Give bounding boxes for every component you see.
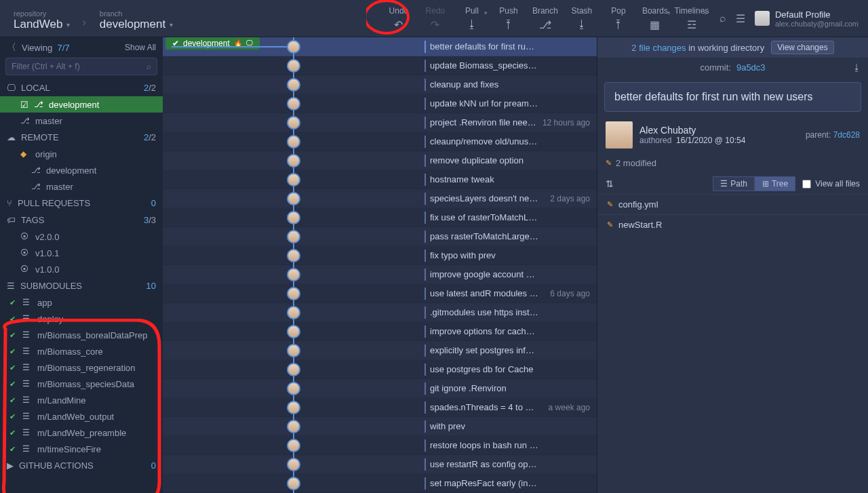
push-button[interactable]: Push⭱ <box>490 0 527 37</box>
commit-row[interactable]: remove duplicate option <box>163 151 597 170</box>
commit-row[interactable]: speciesLayers doesn't need s…2 days ago <box>163 189 597 208</box>
submodule-item[interactable]: ✔☰m/Biomass_speciesData <box>0 376 163 392</box>
commit-node <box>287 59 300 73</box>
check-icon: ✔ <box>9 315 16 323</box>
pop-button[interactable]: Pop⭱ <box>600 0 637 37</box>
search-icon[interactable]: ⌕ <box>719 12 726 24</box>
branch-button[interactable]: Branch⎇ <box>527 0 564 37</box>
repo-name: LandWeb <box>14 18 62 31</box>
commit-row[interactable]: restore loops in bash run scripts <box>163 436 597 455</box>
branch-icon: ⎇ <box>539 18 551 31</box>
submodule-item[interactable]: ✔☰m/LandWeb_output <box>0 408 163 425</box>
commit-node <box>287 306 300 319</box>
section-remote[interactable]: ☁REMOTE2/2 <box>0 129 163 146</box>
submodule-item[interactable]: ✔☰m/Biomass_regeneration <box>0 359 163 376</box>
path-tab[interactable]: ☰ Path <box>713 176 755 191</box>
sort-icon[interactable]: ⇅ <box>606 178 614 189</box>
commit-row[interactable]: ✔development 🔥 🖵better defaults for firs… <box>163 37 597 56</box>
commit-row[interactable]: project .Renviron file need…12 hours ago <box>163 113 597 132</box>
commit-row[interactable]: hostname tweak <box>163 170 597 189</box>
redo-button[interactable]: Redo↷ <box>417 0 454 37</box>
view-changes-button[interactable]: View changes <box>771 41 834 54</box>
parent-label: parent: <box>806 130 831 140</box>
pull-button[interactable]: Pull⭳▾ <box>454 0 490 37</box>
commit-time: 2 days ago <box>538 194 597 203</box>
commit-row[interactable]: git ignore .Renviron <box>163 379 597 398</box>
submodule-item[interactable]: ✔☰deploy <box>0 311 163 327</box>
check-icon: ☑ <box>20 100 28 110</box>
menu-icon[interactable]: ☰ <box>736 12 745 25</box>
commit-message: project .Renviron file need… <box>425 117 538 129</box>
commit-row[interactable]: explicitly set postgres info using env v… <box>163 341 597 360</box>
remote-item[interactable]: ⎇master <box>0 178 163 195</box>
local-item[interactable]: ⎇master <box>0 113 163 129</box>
search-icon: ⌕ <box>146 62 151 71</box>
author-avatar <box>606 121 633 149</box>
timelines-button[interactable]: Timelines☲▾ <box>673 0 710 37</box>
submodule-item[interactable]: ✔☰m/LandMine <box>0 392 163 408</box>
submodule-item[interactable]: ✔☰m/Biomass_borealDataPrep <box>0 327 163 343</box>
commit-row[interactable]: fix use of rasterToMatchLarge <box>163 208 597 227</box>
commit-row[interactable]: cleaunp/remove old/unused code in La… <box>163 132 597 151</box>
tag-item[interactable]: ⦿v2.0.0 <box>0 229 163 245</box>
submodule-item[interactable]: ✔☰m/timeSinceFire <box>0 441 163 457</box>
commit-row[interactable]: update kNN url for preamble <box>163 94 597 113</box>
section-pullrequests[interactable]: ⑂PULL REQUESTS0 <box>0 195 163 212</box>
filter-input[interactable]: Filter (Ctrl + Alt + f) ⌕ <box>5 58 157 75</box>
download-icon[interactable]: ⭳ <box>852 62 861 73</box>
tag-item[interactable]: ⦿v1.0.0 <box>0 261 163 277</box>
submodule-item[interactable]: ✔☰m/Biomass_core <box>0 343 163 359</box>
file-item[interactable]: ✎newStart.R <box>597 214 868 235</box>
section-submodules[interactable]: ☰SUBMODULES10 <box>0 277 163 294</box>
stash-button[interactable]: Stash⭳ <box>564 0 600 37</box>
commit-row[interactable]: improve options for cache w/ postgres <box>163 322 597 341</box>
view-all-files[interactable]: View all files <box>802 179 860 189</box>
commit-message: remove duplicate option <box>425 155 538 167</box>
tool-label: Pop <box>611 6 625 16</box>
boards-button[interactable]: Boards▦▾ <box>637 0 673 37</box>
back-icon[interactable]: 〈 <box>7 41 16 54</box>
pull-icon: ⭳ <box>467 18 477 31</box>
section-actions[interactable]: ▶GITHUB ACTIONS0 <box>0 457 163 474</box>
submodule-item[interactable]: ✔☰app <box>0 294 163 311</box>
local-icon: 🖵 <box>7 83 16 93</box>
branch-crumb[interactable]: branch development▾ <box>86 5 185 31</box>
check-icon: ✔ <box>9 412 16 421</box>
commit-row[interactable]: .gitmodules use https instead of ssh <box>163 303 597 322</box>
check-icon: ✔ <box>9 380 16 389</box>
redo-icon: ↷ <box>431 18 439 31</box>
repo-crumb[interactable]: repository LandWeb▾ <box>0 5 82 31</box>
tag-item[interactable]: ⦿v1.0.1 <box>0 245 163 261</box>
commit-row[interactable]: spades.nThreads = 4 to spe…a week ago <box>163 398 597 417</box>
commit-row[interactable]: update Biomass_speciesData <box>163 56 597 75</box>
file-item[interactable]: ✎config.yml <box>597 194 868 214</box>
commit-hash[interactable]: 9a5dc3 <box>736 62 766 73</box>
commit-row[interactable]: with prev <box>163 417 597 436</box>
commit-row[interactable]: set mapResFact early (in 01-init.R) <box>163 474 597 493</box>
commit-row[interactable]: use latest andR modules (wit…6 days ago <box>163 284 597 303</box>
section-local[interactable]: 🖵LOCAL2/2 <box>0 79 163 96</box>
parent-hash[interactable]: 7dc628 <box>833 130 860 140</box>
profile[interactable]: Default Profile alex.chubaty@gmail.com <box>755 9 859 28</box>
tree-tab[interactable]: ⊞ Tree <box>755 176 795 191</box>
commit-message: .gitmodules use https instead of ssh <box>425 307 538 319</box>
commit-time: 12 hours ago <box>538 118 597 127</box>
commit-row[interactable]: use postgres db for Cache <box>163 360 597 379</box>
section-tags[interactable]: 🏷TAGS3/3 <box>0 212 163 229</box>
commit-row[interactable]: pass rasterToMatchLarge to Biomass_b… <box>163 227 597 246</box>
tool-label: Branch <box>532 6 558 16</box>
commit-row[interactable]: cleanup and fixes <box>163 75 597 94</box>
undo-button[interactable]: Undo↶ <box>380 0 417 37</box>
commit-message: improve options for cache w/ postgres <box>425 326 538 338</box>
remote-item[interactable]: ⎇development <box>0 162 163 178</box>
commit-row[interactable]: improve google account auth message <box>163 265 597 284</box>
commit-message: better defaults for first run with new u… <box>425 41 538 53</box>
commit-row[interactable]: use restartR as config option (FALSE for… <box>163 455 597 474</box>
branch-chip[interactable]: ✔development 🔥 🖵 <box>165 37 260 50</box>
commit-message: restore loops in bash run scripts <box>425 439 538 452</box>
show-all-link[interactable]: Show All <box>125 43 156 52</box>
commit-row[interactable]: fix typo with prev <box>163 246 597 265</box>
submodule-item[interactable]: ✔☰m/LandWeb_preamble <box>0 425 163 441</box>
remote-item[interactable]: ◆origin <box>0 146 163 162</box>
local-item[interactable]: ☑⎇development <box>0 96 163 113</box>
